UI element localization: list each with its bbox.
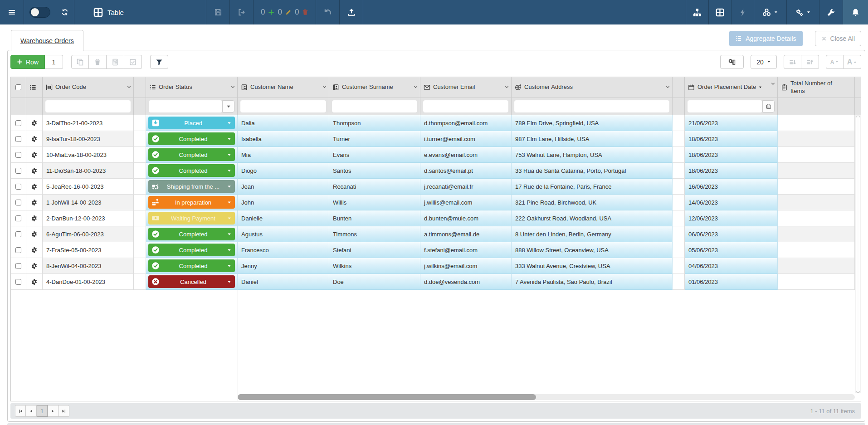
- cell-items[interactable]: [778, 163, 855, 179]
- column-menu-chevron-icon[interactable]: [665, 84, 671, 91]
- tools-button[interactable]: [819, 0, 843, 24]
- current-page-button[interactable]: 1: [37, 405, 48, 417]
- cell-rowmenu[interactable]: [26, 210, 43, 226]
- cell-name[interactable]: Mia: [238, 147, 329, 163]
- status-badge-caret-icon[interactable]: [227, 184, 232, 189]
- row-settings-button[interactable]: [31, 167, 38, 174]
- cell-email[interactable]: d.santos@email.pt: [420, 163, 512, 179]
- status-badge-caret-icon[interactable]: [227, 137, 232, 142]
- cell-address[interactable]: 753 Walnut Lane, Hampton, USA: [512, 147, 673, 163]
- upload-button[interactable]: [339, 0, 363, 24]
- refresh-button[interactable]: [56, 0, 74, 24]
- cell-date[interactable]: 04/06/2023: [685, 258, 778, 274]
- increase-font-button[interactable]: A: [844, 55, 861, 69]
- cell-rowmenu[interactable]: [26, 242, 43, 258]
- add-row-count-input[interactable]: 1: [45, 55, 63, 69]
- cell-address[interactable]: 33 Rua de Santa Catarina, Porto, Portuga…: [512, 163, 673, 179]
- sort-ascending-button[interactable]: [801, 55, 819, 69]
- undo-button[interactable]: [316, 0, 339, 24]
- cell-email[interactable]: f.stefani@email.com: [420, 242, 512, 258]
- filter-button[interactable]: [150, 55, 168, 69]
- column-header-name[interactable]: Customer Name: [238, 77, 329, 98]
- cell-address[interactable]: 222 Oakhurst Road, Woodland, USA: [512, 210, 673, 226]
- cell-name[interactable]: Francesco: [238, 242, 329, 258]
- cell-name[interactable]: Jenny: [238, 258, 329, 274]
- cell-rowmenu[interactable]: [26, 274, 43, 290]
- column-header-status[interactable]: Order Status: [146, 77, 238, 98]
- cell-email[interactable]: j.wilkins@email.com: [420, 258, 512, 274]
- date-filter-calendar-button[interactable]: [762, 100, 775, 112]
- status-badge-caret-icon[interactable]: [227, 279, 232, 284]
- cell-code[interactable]: 11-DioSan-18-00-2023: [43, 163, 134, 179]
- vertical-scrollbar-thumb[interactable]: [856, 116, 860, 393]
- cell-address[interactable]: 321 Pine Road, Birchwood, UK: [512, 195, 673, 210]
- cell-surname[interactable]: Doe: [329, 274, 420, 290]
- cell-code[interactable]: 1-JohWil-14-00-2023: [43, 195, 134, 210]
- cell-select[interactable]: [11, 258, 26, 274]
- column-menu-chevron-icon[interactable]: [504, 84, 510, 91]
- column-menu-chevron-icon[interactable]: [126, 84, 132, 91]
- next-page-button[interactable]: [48, 405, 59, 417]
- cell-surname[interactable]: Stefani: [329, 242, 420, 258]
- cell-status[interactable]: Waiting Payment: [146, 210, 238, 226]
- cell-surname[interactable]: Recanati: [329, 179, 420, 195]
- status-badge-completed[interactable]: Completed: [148, 132, 235, 145]
- select-all-checkbox[interactable]: [15, 84, 21, 90]
- row-settings-button[interactable]: [31, 151, 38, 158]
- row-settings-button[interactable]: [31, 215, 38, 222]
- cell-surname[interactable]: Evans: [329, 147, 420, 163]
- delete-row-button[interactable]: [89, 55, 107, 69]
- row-settings-button[interactable]: [31, 278, 38, 285]
- cell-address[interactable]: 8 Unter den Linden, Berlin, Germany: [512, 226, 673, 242]
- cell-surname[interactable]: Willis: [329, 195, 420, 210]
- cell-items[interactable]: [778, 179, 855, 195]
- cell-rowmenu[interactable]: [26, 258, 43, 274]
- cell-code[interactable]: 3-DalTho-21-00-2023: [43, 115, 134, 131]
- cell-rowmenu[interactable]: [26, 131, 43, 147]
- address-filter-input[interactable]: [514, 100, 669, 112]
- save-button[interactable]: [206, 0, 229, 24]
- surname-filter-input[interactable]: [332, 100, 417, 112]
- column-header-date[interactable]: Order Placement Date: [685, 77, 778, 98]
- cell-status[interactable]: Completed: [146, 226, 238, 242]
- cell-rowmenu[interactable]: [26, 195, 43, 210]
- status-badge-completed[interactable]: Completed: [148, 164, 235, 177]
- cell-status[interactable]: Completed: [146, 258, 238, 274]
- cell-email[interactable]: d.doe@vesenda.com: [420, 274, 512, 290]
- cell-date[interactable]: 05/06/2023: [685, 242, 778, 258]
- cell-rowmenu[interactable]: [26, 147, 43, 163]
- cell-select[interactable]: [11, 147, 26, 163]
- cell-select[interactable]: [11, 195, 26, 210]
- mode-toggle[interactable]: [29, 7, 50, 18]
- cell-items[interactable]: [778, 226, 855, 242]
- cell-select[interactable]: [11, 242, 26, 258]
- last-page-button[interactable]: [59, 405, 69, 417]
- cell-date[interactable]: 01/06/2023: [685, 274, 778, 290]
- status-badge-cancelled[interactable]: Cancelled: [148, 275, 235, 288]
- cell-email[interactable]: a.timmons@email.de: [420, 226, 512, 242]
- cell-rowmenu[interactable]: [26, 163, 43, 179]
- date-filter-input[interactable]: [688, 100, 762, 112]
- column-header-email[interactable]: Customer Email: [420, 77, 512, 98]
- column-header-surname[interactable]: Customer Surname: [329, 77, 420, 98]
- status-badge-completed[interactable]: Completed: [148, 259, 235, 272]
- cell-name[interactable]: Danielle: [238, 210, 329, 226]
- status-badge-caret-icon[interactable]: [227, 200, 232, 205]
- cell-rowmenu[interactable]: [26, 179, 43, 195]
- cell-select[interactable]: [11, 226, 26, 242]
- cell-status[interactable]: Completed: [146, 242, 238, 258]
- status-badge-caret-icon[interactable]: [227, 152, 232, 157]
- cell-code[interactable]: 10-MiaEva-18-00-2023: [43, 147, 134, 163]
- cell-name[interactable]: Agustus: [238, 226, 329, 242]
- status-filter-dropdown-button[interactable]: [222, 100, 234, 112]
- cell-code[interactable]: 5-JeaRec-16-00-2023: [43, 179, 134, 195]
- actions-button[interactable]: [731, 0, 754, 24]
- cell-surname[interactable]: Timmons: [329, 226, 420, 242]
- cell-code[interactable]: 2-DanBun-12-00-2023: [43, 210, 134, 226]
- row-select-checkbox[interactable]: [15, 200, 21, 205]
- cell-email[interactable]: d.thompson@email.com: [420, 115, 512, 131]
- status-badge-completed[interactable]: Completed: [148, 148, 235, 161]
- column-menu-chevron-icon[interactable]: [413, 84, 419, 91]
- cell-address[interactable]: 789 Elm Drive, Springfield, USA: [512, 115, 673, 131]
- status-badge-caret-icon[interactable]: [227, 121, 232, 126]
